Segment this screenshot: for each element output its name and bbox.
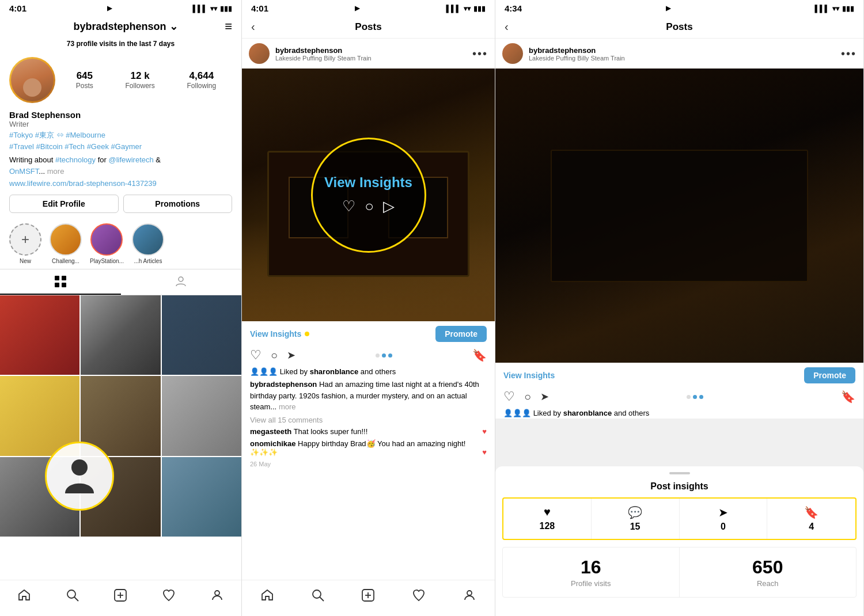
photo-grid-container: [0, 295, 241, 580]
wifi-icon-1: ▾▾: [210, 5, 217, 13]
caption-more-2[interactable]: more: [279, 402, 296, 411]
back-button-2[interactable]: ‹: [251, 20, 268, 33]
promote-button-2[interactable]: Promote: [435, 326, 487, 342]
profile-link[interactable]: www.lifewire.com/brad-stephenson-4137239: [0, 178, 241, 189]
share-icon-2[interactable]: ➤: [287, 349, 295, 362]
grid-cell-9[interactable]: [162, 457, 241, 537]
bookmark-icon-2[interactable]: 🔖: [472, 348, 487, 362]
edit-profile-button[interactable]: Edit Profile: [9, 195, 119, 213]
svg-point-17: [467, 591, 472, 595]
status-arrow-3: ▶: [666, 5, 670, 12]
svg-point-5: [71, 459, 88, 476]
tab-grid[interactable]: [0, 269, 121, 295]
chevron-icon[interactable]: ⌄: [169, 20, 178, 33]
nav-add-2[interactable]: [357, 586, 380, 604]
nav-add-1[interactable]: [109, 586, 132, 604]
train-background-3: [495, 69, 863, 363]
nav-home-2[interactable]: [256, 586, 279, 604]
view-comments-2[interactable]: View all 15 comments: [242, 415, 495, 425]
grid-cell-6[interactable]: [162, 376, 241, 455]
profile-visits-cell: 16 Profile visits: [503, 547, 680, 597]
post-header-3: bybradstephenson Lakeside Puffing Billy …: [495, 39, 863, 69]
nav-search-1[interactable]: [61, 586, 84, 604]
view-insights-link-3[interactable]: View Insights: [503, 371, 804, 380]
post-actions-bar-3: View Insights Promote: [495, 363, 863, 388]
post-more-2[interactable]: •••: [472, 47, 488, 60]
panel3-title: Posts: [522, 21, 837, 33]
panel2-title: Posts: [268, 21, 468, 33]
comments-metric-icon: 💬: [628, 505, 642, 519]
profile-header: bybradstephenson ⌄ ≡: [0, 16, 241, 39]
grid-cell-3[interactable]: [162, 295, 241, 375]
post-image-inner-2: View Insights ♡ ○ ▷: [242, 69, 495, 321]
post-user-info-2: bybradstephenson Lakeside Puffing Billy …: [275, 46, 467, 62]
post-date-2: 26 May: [242, 458, 495, 470]
sheet-title: Post insights: [495, 479, 863, 497]
followers-count: 12 k: [131, 70, 150, 82]
highlight-new-label: New: [20, 258, 31, 264]
reach-label: Reach: [757, 579, 779, 588]
nav-profile-1[interactable]: [206, 586, 229, 604]
wifi-icon-3: ▾▾: [832, 5, 839, 13]
signal-icon-3: ▌▌▌: [814, 5, 829, 13]
insights-overlay-container: View Insights ♡ ○ ▷: [242, 69, 495, 321]
comment2-heart-2[interactable]: ♥: [482, 448, 487, 457]
following-count: 4,644: [190, 70, 214, 82]
home-icon-2: [260, 588, 274, 602]
stat-followers: 12 k Followers: [125, 70, 154, 90]
comment1-heart-2[interactable]: ♥: [482, 427, 487, 436]
dot-3: [388, 353, 392, 358]
nav-heart-1[interactable]: [157, 586, 180, 604]
post-caption-2: bybradstephenson Had an amazing time las…: [242, 377, 495, 415]
post-more-3[interactable]: •••: [841, 47, 857, 60]
comment-icon-3[interactable]: ○: [524, 390, 531, 404]
avatar-inner: [11, 59, 54, 101]
saves-metric-value: 4: [809, 522, 814, 532]
post-image-3: [495, 69, 863, 363]
avatar-head: [23, 78, 41, 97]
nav-search-2[interactable]: [306, 586, 329, 604]
insights-bottom-row: 16 Profile visits 650 Reach: [502, 547, 857, 598]
highlight-1[interactable]: Challeng...: [50, 223, 82, 264]
svg-point-12: [313, 590, 321, 598]
liked-name-3: sharonblance: [563, 409, 612, 417]
grid-cell-2[interactable]: [81, 295, 160, 375]
promote-button-3[interactable]: Promote: [804, 367, 855, 383]
profile-role: Writer: [0, 120, 241, 128]
nav-heart-2[interactable]: [407, 586, 430, 604]
share-icon-3[interactable]: ➤: [540, 390, 549, 403]
back-button-3[interactable]: ‹: [505, 20, 522, 33]
like-icon-3[interactable]: ♡: [503, 389, 515, 404]
comment-icon-2[interactable]: ○: [271, 349, 278, 362]
insights-metrics-grid: ♥ 128 💬 15 ➤ 0 🔖 4: [502, 497, 857, 540]
grid-cell-1[interactable]: [0, 295, 79, 375]
menu-icon[interactable]: ≡: [225, 19, 232, 34]
insight-comments: 💬 15: [592, 499, 680, 539]
view-insights-link-2[interactable]: View Insights: [250, 329, 435, 339]
reach-value: 650: [752, 557, 783, 578]
dot-3-1: [687, 395, 691, 399]
panel2-header: ‹ Posts: [242, 16, 495, 39]
highlight-new-circle: +: [9, 223, 41, 256]
highlight-3[interactable]: ...h Articles: [132, 223, 164, 264]
profile-visits-value: 16: [581, 557, 601, 578]
highlight-2[interactable]: PlayStation...: [90, 223, 124, 264]
nav-home-1[interactable]: [13, 586, 36, 604]
likes-metric-value: 128: [540, 521, 555, 531]
bottom-nav-2: [242, 580, 495, 616]
profile-buttons: Edit Profile Promotions: [0, 189, 241, 219]
highlight-label-2: PlayStation...: [90, 258, 124, 264]
insight-likes: ♥ 128: [503, 499, 592, 539]
promotions-button[interactable]: Promotions: [123, 195, 233, 213]
like-icon-2[interactable]: ♡: [250, 348, 262, 363]
bookmark-icon-3[interactable]: 🔖: [841, 390, 855, 404]
post-location-3: Lakeside Puffing Billy Steam Train: [529, 55, 835, 62]
liked-avatars-2: 👤👤👤: [250, 367, 280, 376]
status-time-3: 4:34: [505, 3, 522, 13]
comments-metric-value: 15: [630, 522, 641, 532]
highlight-new[interactable]: + New: [9, 223, 41, 264]
status-icons-2: ▌▌▌ ▾▾ ▮▮▮: [446, 5, 486, 13]
svg-rect-3: [62, 283, 66, 287]
tab-tag[interactable]: [121, 269, 242, 295]
nav-profile-2[interactable]: [458, 586, 481, 604]
